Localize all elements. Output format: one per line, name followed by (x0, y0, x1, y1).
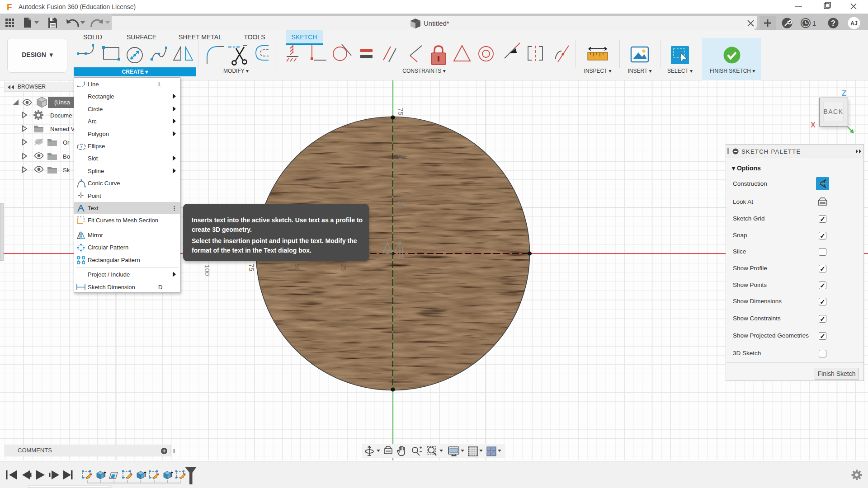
svg-text:Untitled*: Untitled* (424, 19, 449, 27)
svg-text:100: 100 (203, 264, 211, 276)
svg-text:75: 75 (248, 264, 255, 272)
svg-text:50: 50 (397, 154, 405, 162)
svg-text:25: 25 (397, 201, 405, 208)
svg-text:AJ: AJ (850, 20, 857, 27)
svg-text:?: ? (831, 19, 835, 27)
svg-text:50: 50 (293, 264, 301, 272)
svg-text:75: 75 (397, 108, 405, 116)
svg-text:25: 25 (340, 263, 348, 271)
svg-text:1: 1 (812, 20, 816, 27)
